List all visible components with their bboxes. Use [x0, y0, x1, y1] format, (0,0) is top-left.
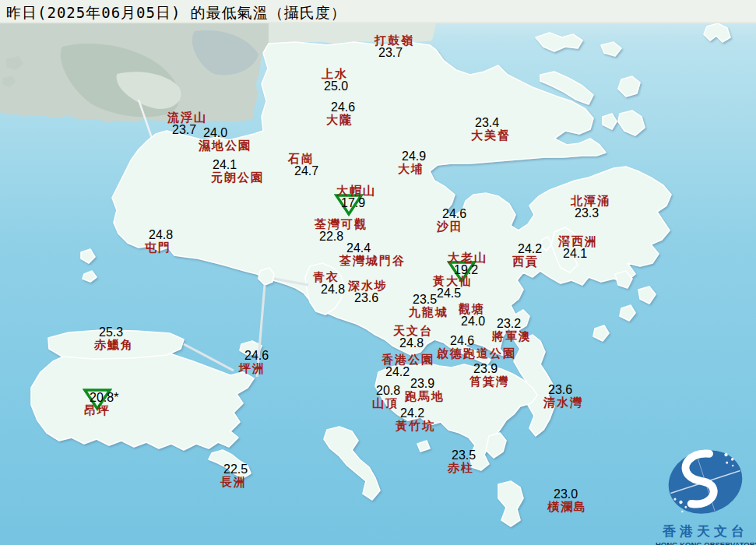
station-name-label: 赤柱 — [448, 462, 476, 474]
station-name-label: 大隴 — [326, 114, 355, 126]
station-temperature-value: 23.4 — [475, 117, 511, 129]
station-temperature-value: 24.0 — [203, 127, 251, 139]
station-name-label: 元朗公園 — [211, 171, 264, 184]
station-temperature-value: 24.6 — [450, 335, 516, 347]
station: 24.8屯門 — [145, 229, 173, 254]
station-name-label: 荃灣可觀 — [315, 218, 367, 230]
station-temperature-value: 24.1 — [213, 159, 264, 171]
station: 荃灣可觀22.8 — [315, 218, 367, 243]
station: 23.6清水灣 — [543, 384, 583, 409]
station-name-label: 黃大仙 — [433, 275, 473, 287]
station: 20.8*昂坪 — [84, 392, 118, 417]
station-temperature-value: 23.2 — [497, 318, 532, 330]
station-temperature-value: 24.8 — [399, 337, 433, 350]
station-name-label: 西貢 — [512, 255, 542, 268]
station: 石崗24.7 — [288, 153, 318, 178]
hko-logo: 香港天文台 HONG KONG OBSERVATORY — [656, 445, 755, 545]
station: 香港公園24.2 — [382, 353, 434, 378]
station: 23.9跑馬地 — [405, 378, 445, 403]
station-temperature-value: 24.2 — [518, 243, 542, 255]
station: 24.6啟德跑道公園 — [437, 335, 516, 360]
station-temperature-value: 23.5 — [413, 294, 448, 306]
station: 天文台24.8 — [393, 325, 433, 350]
station-name-label: 滘西洲 — [558, 235, 598, 248]
station: 深水埗23.6 — [348, 280, 388, 304]
station: 24.0濕地公園 — [199, 127, 251, 152]
station-temperature-value: 24.0 — [461, 315, 485, 328]
station-name-label: 沙田 — [437, 220, 466, 233]
station: 24.4荃灣城門谷 — [339, 242, 406, 267]
station-name-label: 打鼓嶺 — [374, 34, 414, 47]
station: 北潭涌23.3 — [571, 195, 610, 220]
station-name-label: 昂坪 — [84, 404, 118, 417]
station: 25.3赤鱲角 — [94, 326, 134, 351]
station: 23.9筲箕灣 — [469, 363, 509, 388]
station-name-label: 筲箕灣 — [469, 375, 509, 388]
station-name-label: 上水 — [322, 68, 348, 80]
station-name-label: 香港公園 — [382, 353, 434, 366]
station-name-label: 九龍城 — [409, 306, 448, 318]
station: 23.5赤柱 — [448, 449, 476, 474]
station-temperature-value: 24.2 — [400, 407, 435, 420]
station: 24.2西貢 — [512, 243, 542, 268]
station: 24.6大隴 — [326, 101, 355, 126]
hko-logo-english: HONG KONG OBSERVATORY — [656, 540, 755, 545]
station-temperature-value: 17.9 — [341, 197, 376, 209]
station-temperature-value: 24.9 — [402, 150, 426, 163]
station: 23.0橫瀾島 — [547, 488, 587, 513]
station-temperature-value: 23.5 — [452, 449, 476, 462]
station-temperature-value: 20.8* — [90, 392, 118, 404]
hko-temperature-map: 昨日(2025年06月05日) 的最低氣溫（攝氏度） 打鼓嶺23.7上水25.0… — [0, 0, 756, 545]
station-name-label: 跑馬地 — [405, 390, 445, 403]
hko-logo-icon — [656, 445, 755, 519]
station-temperature-value: 23.9 — [473, 363, 509, 375]
station-temperature-value: 24.7 — [294, 165, 318, 178]
station-name-label: 大美督 — [471, 129, 511, 142]
station: 上水25.0 — [322, 68, 348, 93]
station-temperature-value: 24.8 — [149, 229, 173, 241]
station-name-label: 天文台 — [393, 325, 433, 337]
station: 24.2黃竹坑 — [396, 407, 435, 432]
station-temperature-value: 23.0 — [554, 488, 587, 501]
stations-layer: 打鼓嶺23.7上水25.024.6大隴23.4大美督流浮山23.724.0濕地公… — [0, 0, 756, 545]
station-name-label: 坪洲 — [239, 362, 269, 374]
station-name-label: 清水灣 — [543, 396, 583, 409]
station: 24.6坪洲 — [239, 350, 269, 374]
station-name-label: 流浮山 — [167, 111, 207, 124]
station: 24.1元朗公園 — [211, 159, 264, 184]
station-name-label: 啟德跑道公園 — [437, 347, 516, 360]
station-name-label: 赤鱲角 — [94, 339, 134, 351]
station: 23.4大美督 — [471, 117, 511, 142]
station-name-label: 北潭涌 — [571, 195, 610, 207]
station-temperature-value: 24.1 — [563, 248, 598, 260]
station: 20.8山頂 — [372, 385, 400, 410]
station-temperature-value: 23.7 — [378, 47, 414, 59]
station-name-label: 濕地公園 — [199, 139, 251, 152]
station: 打鼓嶺23.7 — [374, 34, 414, 59]
station-name-label: 大埔 — [398, 163, 426, 175]
station: 24.9大埔 — [398, 150, 426, 175]
station-name-label: 橫瀾島 — [547, 501, 587, 513]
station-name-label: 大帽山 — [336, 185, 376, 197]
station-temperature-value: 22.5 — [223, 463, 248, 476]
station-name-label: 觀塘 — [459, 303, 485, 315]
station-temperature-value: 23.6 — [548, 384, 583, 396]
station: 22.5長洲 — [220, 463, 248, 488]
station-temperature-value: 23.6 — [354, 292, 388, 304]
station-temperature-value: 24.8 — [321, 283, 345, 296]
station-name-label: 黃竹坑 — [396, 420, 435, 432]
station-temperature-value: 24.6 — [244, 350, 269, 362]
station-name-label: 石崗 — [288, 153, 318, 165]
station-temperature-value: 23.9 — [410, 378, 445, 390]
station-temperature-value: 24.6 — [331, 101, 355, 114]
station: 23.5九龍城 — [409, 294, 448, 318]
station-temperature-value: 23.3 — [575, 207, 610, 220]
station: 大帽山17.9 — [336, 185, 376, 209]
station: 24.6沙田 — [437, 208, 466, 233]
station-name-label: 青衣 — [313, 271, 345, 283]
map-title: 昨日(2025年06月05日) 的最低氣溫（攝氏度） — [6, 3, 346, 23]
station-name-label: 長洲 — [220, 476, 248, 488]
station-name-label: 深水埗 — [348, 280, 388, 292]
station-name-label: 屯門 — [145, 241, 173, 254]
station: 大老山19.2 — [448, 251, 487, 276]
